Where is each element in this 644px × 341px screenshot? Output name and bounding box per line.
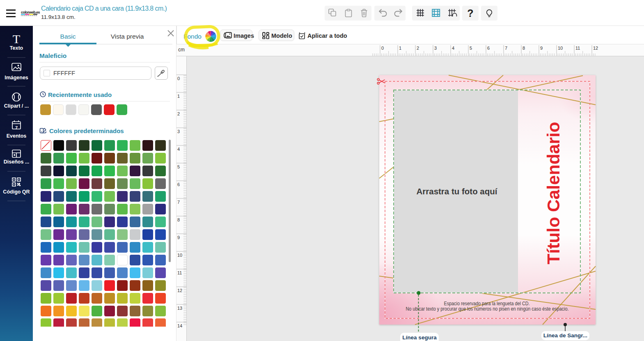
svg-text:2: 2 [177, 111, 180, 116]
svg-text:0: 0 [177, 76, 180, 81]
svg-text:10: 10 [177, 253, 182, 258]
svg-text:9: 9 [177, 235, 180, 240]
svg-text:5: 5 [470, 46, 472, 51]
svg-text:Texto: Texto [10, 45, 23, 51]
svg-text:8: 8 [523, 46, 525, 51]
svg-text:7: 7 [505, 46, 507, 51]
svg-text:Diseños ...: Diseños ... [4, 159, 30, 165]
svg-text:13: 13 [177, 306, 182, 311]
svg-text:3: 3 [434, 46, 437, 51]
svg-text:8: 8 [177, 217, 180, 222]
svg-text:Espacio reservado para la leng: Espacio reservado para la lengueta del C… [444, 301, 530, 306]
svg-text:Eventos: Eventos [7, 133, 27, 139]
svg-text:Código QR: Código QR [3, 189, 30, 195]
svg-text:0: 0 [381, 46, 384, 51]
svg-text:9: 9 [540, 46, 543, 51]
svg-text:5: 5 [177, 164, 180, 169]
svg-text:2: 2 [417, 46, 419, 51]
svg-text:Arrastra tu foto aquí: Arrastra tu foto aquí [416, 187, 497, 196]
svg-text:14: 14 [177, 323, 182, 328]
svg-text:Título Calendario: Título Calendario [544, 122, 563, 264]
svg-text:4: 4 [177, 147, 180, 152]
svg-text:Imágenes: Imágenes [5, 75, 28, 81]
svg-text:1: 1 [399, 46, 401, 51]
svg-text:4: 4 [452, 46, 454, 51]
svg-text:T: T [13, 32, 20, 46]
svg-text:1: 1 [177, 94, 180, 99]
svg-text:3: 3 [177, 129, 180, 134]
svg-text:No ubicar texto y procurar que: No ubicar texto y procurar que los númer… [406, 306, 569, 312]
svg-text:6: 6 [487, 46, 490, 51]
svg-text:7: 7 [15, 125, 18, 130]
svg-text:11: 11 [177, 270, 182, 275]
svg-text:6: 6 [177, 182, 180, 187]
svg-text:11: 11 [575, 46, 580, 51]
svg-text:12: 12 [177, 288, 182, 293]
svg-text:12: 12 [593, 46, 598, 51]
svg-text:Clipart / ...: Clipart / ... [4, 103, 29, 109]
svg-text:?: ? [467, 7, 473, 19]
svg-text:10: 10 [558, 46, 563, 51]
svg-text:7: 7 [177, 200, 180, 205]
